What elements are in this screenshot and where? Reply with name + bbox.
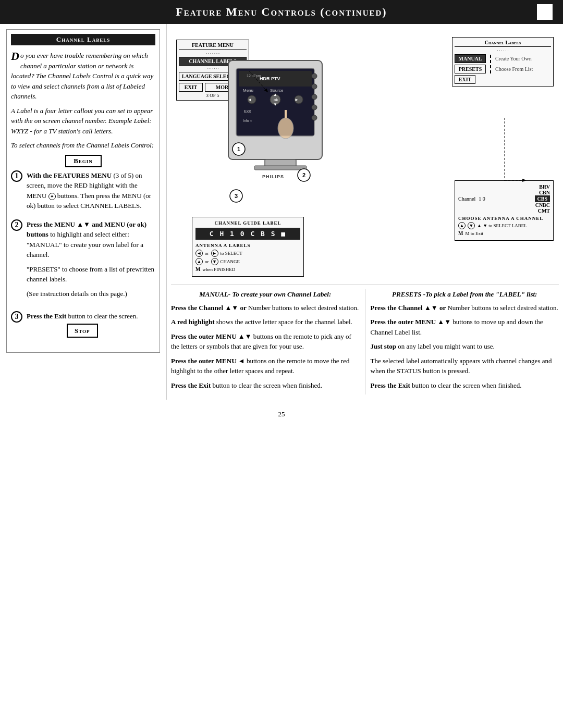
ps-m-label: M [458, 230, 463, 236]
step-2-content: Press the MENU ▲▼ and MENU (or ok) butto… [27, 219, 155, 303]
bottom-right-p4: The selected label automatically appears… [371, 356, 559, 376]
channel-labels-panel: Channel Labels · · · · · · MANUAL Create… [452, 37, 554, 87]
bottom-right-instructions: PRESETS -To pick a Label from the "LABEL… [365, 289, 559, 394]
svg-text:▼: ▼ [273, 102, 277, 107]
bottom-right-p3: Just stop on any label you might want to… [371, 341, 559, 352]
svg-text:1: 1 [237, 146, 240, 152]
step-1-number: 1 [11, 170, 22, 182]
svg-text:Menu: Menu [243, 88, 253, 93]
header-title: Feature Menu Controls (continued) [176, 5, 387, 19]
svg-point-19 [312, 94, 317, 100]
bottom-left-title: MANUAL- To create your own Channel Label… [171, 289, 360, 300]
step-3-header: Press the Exit [27, 312, 66, 320]
svg-point-20 [312, 105, 317, 110]
bottom-left-p4: Press the outer MENU ◄ buttons on the re… [171, 356, 360, 376]
ps-channel-display: Channel 1 0 BRV CBN CBS CNBC CMT [458, 184, 550, 214]
ch-panel-presets-btn[interactable]: PRESETS [455, 65, 486, 73]
bottom-left-instructions: MANUAL- To create your own Channel Label… [171, 289, 365, 394]
svg-text:PHILIPS: PHILIPS [262, 174, 284, 179]
cg-instr-2: ▲ or ▼ CHANGE [195, 258, 300, 265]
ch-panel-exit-btn[interactable]: EXIT [455, 75, 475, 84]
step-3-content: Press the Exit button to clear the scree… [27, 311, 138, 340]
step-3-text: button to clear the screen. [68, 312, 138, 320]
ch-panel-manual-label: Create Your Own [495, 56, 532, 61]
tv-illustration: HDR PTV 12:37pm Menu Source ok ◄ ► ▲ ▼ E… [223, 45, 338, 206]
ps-list-item-cbs: CBS [535, 195, 550, 202]
cg-right-arrow-icon: ► [211, 250, 218, 257]
bottom-right-p3-bold: Just stop [371, 342, 397, 350]
svg-text:12:37pm: 12:37pm [247, 74, 261, 78]
intro-para-2: A Label is a four letter callout you can… [11, 106, 155, 137]
right-column: FEATURE MENU · · · · · · · CHANNEL LABEL… [167, 24, 563, 400]
ch-panel-dots: · · · · · · [455, 48, 551, 53]
svg-text:2: 2 [302, 172, 305, 178]
ps-instr-2-text: M to Exit [465, 231, 483, 236]
cg-or-1: or [205, 251, 209, 256]
step-3-number: 3 [11, 311, 22, 323]
left-column: Channel Labels Do you ever have trouble … [0, 24, 167, 400]
intro-para-3: To select channels from the Channel Labe… [11, 140, 155, 151]
bottom-right-p5: Press the Exit button to clear the scree… [371, 380, 559, 391]
cg-instr-1: ◄ or ► to SELECT [195, 250, 300, 257]
ch-panel-title: Channel Labels [455, 40, 551, 47]
svg-rect-23 [254, 166, 307, 170]
bottom-right-p2-bold: Press the outer MENU [371, 318, 436, 326]
cg-title: CHANNEL GUIDE LABEL [195, 220, 300, 226]
step-3-row: 3 Press the Exit button to clear the scr… [11, 311, 155, 345]
step-2-see: (See instruction details on this page.) [27, 289, 155, 299]
ps-instr-1-text: ▲ ▼ to SELECT LABEL [477, 223, 527, 228]
svg-point-31 [278, 118, 293, 139]
cg-or-2: or [205, 259, 209, 264]
bottom-right-p1-bold: Press the Channel ▲▼ or [371, 304, 446, 312]
intro-para-1: Do you ever have trouble remembering on … [11, 51, 155, 102]
ps-up-icon: ▲ [458, 222, 466, 229]
ch-panel-manual-btn[interactable]: MANUAL [455, 54, 486, 63]
svg-text:Info ○: Info ○ [243, 119, 252, 122]
cg-instr-2-text: CHANGE [221, 259, 240, 264]
svg-point-18 [312, 84, 317, 89]
cg-section-title: ANTENNA A LABELS [195, 243, 300, 248]
bottom-left-p5-text: button to clear the screen when finished… [213, 381, 322, 389]
cg-instr-3-text: when FINISHED [202, 267, 235, 272]
ps-channel-label: Channel [458, 196, 475, 202]
ps-instr-2: M M to Exit [458, 230, 550, 236]
bottom-left-p1-bold: Press the Channel ▲▼ or [171, 304, 247, 312]
bottom-right-title: PRESETS -To pick a Label from the "LABEL… [371, 289, 559, 300]
ps-down-icon: ▼ [468, 222, 475, 229]
page-header: Feature Menu Controls (continued) [0, 0, 563, 24]
ps-channel-num: 1 0 [479, 196, 485, 202]
bottom-left-p3-bold: Press the outer MENU [171, 332, 237, 340]
bottom-left-p5-bold: Press the Exit [171, 381, 211, 389]
svg-text:ok: ok [274, 97, 278, 102]
stop-box: Stop [67, 324, 98, 338]
bottom-left-p2-bold: A red highlight [171, 318, 215, 326]
ps-list-item-cbn: CBN [539, 190, 550, 195]
cg-left-arrow-icon: ◄ [195, 250, 203, 257]
step-1-row: 1 With the FEATURES MENU (3 of 5) on scr… [11, 170, 155, 216]
bottom-right-p3-text: on any label you might want to use. [398, 342, 495, 350]
cg-display: C H 1 0 C B S ■ [195, 228, 300, 240]
ps-list-item-cnbc: CNBC [535, 202, 550, 208]
cg-m-label: M [195, 266, 200, 272]
bottom-right-p5-text: button to clear the screen when finished… [412, 381, 521, 389]
svg-text:►: ► [295, 97, 299, 102]
step-2-presets: "PRESETS" to choose from a list of prewr… [27, 264, 155, 285]
bottom-right-p4-text: The selected label automatically appears… [371, 357, 552, 375]
svg-text:3: 3 [235, 193, 238, 199]
cg-instr-3: M when FINISHED [195, 266, 300, 272]
feature-menu-exit-btn[interactable]: EXIT [179, 83, 203, 92]
ps-list-item-cmt: CMT [538, 208, 550, 214]
bottom-left-p3: Press the outer MENU ▲▼ buttons on the r… [171, 331, 360, 352]
bottom-right-p1-text: Number buttons to select desired station… [447, 304, 558, 312]
ps-instr-1: ▲ ▼ ▲ ▼ to SELECT LABEL [458, 222, 550, 229]
cg-down-arrow-icon: ▼ [211, 258, 218, 265]
step-1-content: With the FEATURES MENU (3 of 5) on scree… [27, 170, 155, 211]
step-2-manual: "MANUAL" to create your own label for a … [27, 240, 155, 260]
bottom-text-section: MANUAL- To create your own Channel Label… [171, 285, 559, 394]
step-2-number: 2 [11, 219, 22, 231]
header-box [537, 4, 553, 20]
svg-text:◄: ◄ [248, 97, 252, 102]
presets-panel: Channel 1 0 BRV CBN CBS CNBC CMT CHOOSE … [455, 180, 554, 241]
begin-box: Begin [65, 155, 102, 167]
ch-panel-presets-label: Choose From List [495, 66, 533, 72]
